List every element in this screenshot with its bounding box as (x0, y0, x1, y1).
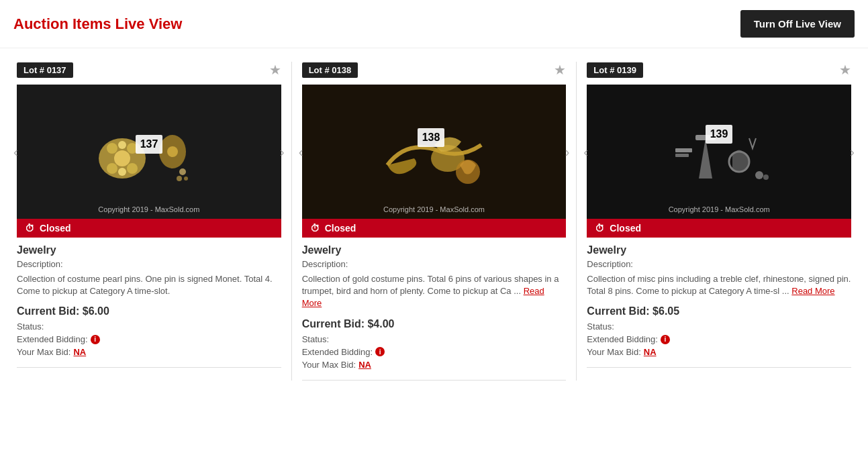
item-title-139: Jewelry (587, 244, 851, 256)
svg-text:138: 138 (422, 132, 440, 143)
svg-point-23 (755, 171, 763, 179)
svg-text:137: 137 (140, 138, 158, 150)
lot-header-138: Lot # 0138 ★ (302, 62, 567, 78)
copyright-text-138: Copyright 2019 - MaxSold.com (383, 205, 485, 213)
lot-badge-139: Lot # 0139 (587, 62, 643, 78)
favorite-star-138[interactable]: ★ (554, 62, 566, 78)
max-bid-row-137: Your Max Bid: NA (17, 347, 281, 357)
svg-point-12 (184, 176, 188, 181)
clock-icon-139: ⏱ (595, 223, 604, 234)
description-text-139: Collection of misc pins including a treb… (587, 273, 851, 297)
extended-bidding-label-139: Extended Bidding: (587, 334, 658, 344)
next-image-button-138[interactable]: › (562, 141, 573, 163)
prev-image-button-139[interactable]: ‹ (580, 141, 591, 163)
description-label-137: Description: (17, 259, 281, 269)
description-text-137: Collection of costume pearl pins. One pi… (17, 273, 281, 297)
item-title-137: Jewelry (17, 244, 281, 256)
svg-point-24 (763, 174, 769, 180)
image-wrapper-139: ‹ 139 Copyright 2019 - MaxSold.com (587, 85, 851, 219)
image-wrapper-137: ‹ 137 (17, 85, 281, 219)
status-row-137: Status: (17, 321, 281, 332)
prev-image-button-137[interactable]: ‹ (10, 141, 21, 163)
copyright-text-137: Copyright 2019 - MaxSold.com (98, 205, 199, 213)
read-more-link-139[interactable]: Read More (791, 286, 834, 296)
max-bid-row-138: Your Max Bid: NA (302, 360, 567, 370)
description-label-138: Description: (302, 259, 567, 269)
description-label-139: Description: (587, 259, 851, 269)
item-card-138: Lot # 0138 ★ ‹ 138 Copyright 2019 - Ma (292, 62, 577, 381)
max-bid-value-138[interactable]: NA (358, 360, 371, 370)
svg-point-11 (177, 176, 182, 181)
next-image-button-137[interactable]: › (277, 141, 288, 163)
lot-header-139: Lot # 0139 ★ (587, 62, 851, 78)
status-row-138: Status: (302, 334, 567, 344)
svg-point-5 (127, 163, 138, 174)
svg-point-7 (118, 168, 126, 176)
svg-rect-22 (675, 154, 689, 157)
extended-bidding-row-137: Extended Bidding: i (17, 334, 281, 344)
status-text-139: Closed (610, 223, 641, 234)
svg-point-6 (118, 141, 126, 149)
svg-point-1 (114, 150, 130, 166)
max-bid-value-139[interactable]: NA (644, 347, 657, 357)
clock-icon-137: ⏱ (25, 223, 34, 234)
svg-point-10 (179, 168, 186, 175)
item-card-137: Lot # 0137 ★ ‹ (7, 62, 292, 381)
next-image-button-139[interactable]: › (847, 141, 858, 163)
svg-point-9 (167, 146, 178, 157)
status-bar-139: ⏱ Closed (587, 219, 851, 238)
status-bar-137: ⏱ Closed (17, 219, 281, 238)
favorite-star-137[interactable]: ★ (269, 62, 281, 78)
current-bid-139: Current Bid: $6.05 (587, 305, 851, 317)
info-badge-139[interactable]: i (661, 335, 670, 344)
max-bid-label-138: Your Max Bid: (302, 360, 356, 370)
svg-text:139: 139 (710, 128, 728, 140)
description-text-138: Collection of gold costume pins. Total 6… (302, 273, 567, 310)
divider-137 (17, 367, 281, 368)
divider-139 (587, 367, 851, 368)
divider-138 (302, 380, 567, 381)
item-card-139: Lot # 0139 ★ ‹ 139 (577, 62, 861, 381)
extended-bidding-label-138: Extended Bidding: (302, 347, 373, 357)
lot-badge-138: Lot # 0138 (302, 62, 358, 78)
status-text-138: Closed (325, 223, 356, 234)
turn-off-live-view-button[interactable]: Turn Off Live View (740, 10, 855, 38)
svg-point-4 (107, 163, 117, 174)
item-image-138: 138 Copyright 2019 - MaxSold.com (302, 85, 567, 219)
page-title: Auction Items Live View (13, 15, 182, 33)
max-bid-label-137: Your Max Bid: (17, 347, 70, 357)
info-badge-138[interactable]: i (375, 347, 385, 356)
extended-bidding-row-139: Extended Bidding: i (587, 334, 851, 344)
extended-bidding-row-138: Extended Bidding: i (302, 347, 567, 357)
lot-badge-137: Lot # 0137 (17, 62, 73, 78)
read-more-link-138[interactable]: Read More (302, 286, 544, 308)
svg-rect-21 (675, 148, 692, 152)
item-image-137: 137 Copyright 2019 - MaxSold.com (17, 85, 281, 219)
clock-icon-138: ⏱ (310, 223, 320, 234)
status-row-139: Status: (587, 321, 851, 332)
status-text-137: Closed (40, 223, 71, 234)
info-badge-137[interactable]: i (91, 335, 100, 344)
prev-image-button-138[interactable]: ‹ (295, 141, 307, 163)
page-header: Auction Items Live View Turn Off Live Vi… (0, 0, 868, 48)
max-bid-value-137[interactable]: NA (73, 347, 86, 357)
max-bid-label-139: Your Max Bid: (587, 347, 640, 357)
extended-bidding-label-137: Extended Bidding: (17, 334, 88, 344)
current-bid-137: Current Bid: $6.00 (17, 305, 281, 317)
image-wrapper-138: ‹ 138 Copyright 2019 - MaxSold.com › (302, 85, 567, 219)
svg-point-2 (107, 143, 117, 154)
max-bid-row-139: Your Max Bid: NA (587, 347, 851, 357)
item-title-138: Jewelry (302, 244, 567, 256)
status-bar-138: ⏱ Closed (302, 219, 567, 238)
favorite-star-139[interactable]: ★ (839, 62, 851, 78)
current-bid-138: Current Bid: $4.00 (302, 318, 567, 330)
lot-header-137: Lot # 0137 ★ (17, 62, 281, 78)
items-grid: Lot # 0137 ★ ‹ (0, 48, 868, 394)
item-image-139: 139 Copyright 2019 - MaxSold.com (587, 85, 851, 219)
copyright-text-139: Copyright 2019 - MaxSold.com (669, 205, 770, 213)
